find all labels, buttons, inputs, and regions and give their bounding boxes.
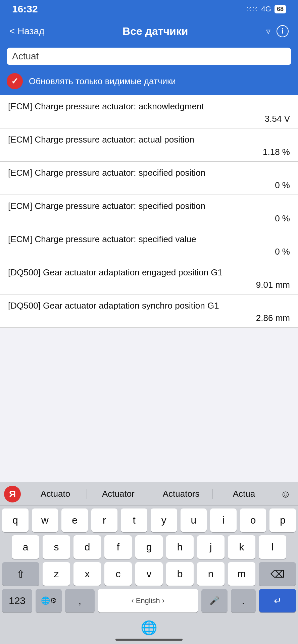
key-s[interactable]: s xyxy=(43,535,70,559)
sensor-value: 0 % xyxy=(8,213,290,224)
search-input[interactable] xyxy=(12,51,286,62)
sensor-name: [ECM] Charge pressure actuator: specifie… xyxy=(8,201,290,211)
autocomplete-bar: Я Actuato Actuator Actuators Actua ☺ xyxy=(0,482,298,506)
yandex-icon: Я xyxy=(4,486,21,502)
period-key[interactable]: . xyxy=(231,589,256,612)
sensor-item[interactable]: [ECM] Charge pressure actuator: specifie… xyxy=(0,162,298,195)
key-w[interactable]: w xyxy=(32,508,58,532)
check-icon: ✓ xyxy=(11,76,18,87)
autocomplete-words: Actuato Actuator Actuators Actua xyxy=(24,489,275,499)
autocomplete-word-1[interactable]: Actuato xyxy=(24,489,87,499)
sensor-value: 0 % xyxy=(8,180,290,191)
backspace-key[interactable]: ⌫ xyxy=(259,562,296,586)
key-k[interactable]: k xyxy=(228,535,255,559)
search-bar-container xyxy=(0,44,298,70)
sensor-value: 0 % xyxy=(8,247,290,257)
key-o[interactable]: o xyxy=(240,508,266,532)
sensor-value: 3.54 V xyxy=(8,114,290,124)
key-z[interactable]: z xyxy=(43,562,70,586)
key-q[interactable]: q xyxy=(2,508,29,532)
space-key[interactable]: ‹ English › xyxy=(98,589,198,612)
key-n[interactable]: n xyxy=(197,562,225,586)
battery-badge: 68 xyxy=(275,5,286,13)
filter-toggle-row: ✓ Обновлять только видимые датчики xyxy=(0,70,298,95)
filter-icon[interactable]: ▿ xyxy=(266,26,270,37)
mic-key[interactable]: 🎤 xyxy=(201,589,228,612)
yandex-label: Я xyxy=(9,489,16,499)
key-g[interactable]: g xyxy=(135,535,163,559)
sensor-name: [DQ500] Gear actuator adaptation engaged… xyxy=(8,267,290,278)
comma-key[interactable]: , xyxy=(65,589,95,612)
sensor-item[interactable]: [ECM] Charge pressure actuator: specifie… xyxy=(0,228,298,261)
bottom-globe-icon[interactable]: 🌐 xyxy=(141,620,157,636)
sensor-item[interactable]: [DQ500] Gear actuator adaptation engaged… xyxy=(0,261,298,294)
sensor-item[interactable]: [ECM] Charge pressure actuator: actual p… xyxy=(0,128,298,162)
status-icons: ⁙⁙ 4G 68 xyxy=(246,5,286,13)
sensor-name: [ECM] Charge pressure actuator: specifie… xyxy=(8,168,290,178)
filter-toggle-label: Обновлять только видимые датчики xyxy=(29,76,176,87)
toggle-button[interactable]: ✓ xyxy=(7,73,23,89)
key-h[interactable]: h xyxy=(166,535,194,559)
keyboard-bottom: 🌐 xyxy=(0,617,298,637)
key-t[interactable]: t xyxy=(121,508,147,532)
key-v[interactable]: v xyxy=(135,562,163,586)
home-indicator xyxy=(0,637,298,644)
return-key[interactable]: ↵ xyxy=(259,589,296,612)
key-a[interactable]: a xyxy=(12,535,39,559)
emoji-button[interactable]: ☺ xyxy=(277,486,294,502)
autocomplete-word-4[interactable]: Actua xyxy=(213,489,275,499)
shift-key[interactable]: ⇧ xyxy=(2,562,39,586)
key-p[interactable]: p xyxy=(269,508,296,532)
keyboard-row-4: 123 🌐⚙ , ‹ English › 🎤 . ↵ xyxy=(2,589,296,612)
key-x[interactable]: x xyxy=(73,562,101,586)
numbers-key[interactable]: 123 xyxy=(2,589,32,612)
key-i[interactable]: i xyxy=(210,508,237,532)
sensor-value: 1.18 % xyxy=(8,147,290,157)
sensor-item[interactable]: [ECM] Charge pressure actuator: acknowle… xyxy=(0,95,298,128)
sensor-item[interactable]: [DQ500] Gear actuator adaptation synchro… xyxy=(0,294,298,328)
key-y[interactable]: y xyxy=(151,508,177,532)
key-j[interactable]: j xyxy=(197,535,225,559)
keyboard-area: Я Actuato Actuator Actuators Actua ☺ q w… xyxy=(0,482,298,644)
home-bar xyxy=(115,639,183,641)
key-l[interactable]: l xyxy=(259,535,286,559)
sensor-list: [ECM] Charge pressure actuator: acknowle… xyxy=(0,95,298,328)
key-m[interactable]: m xyxy=(228,562,255,586)
network-label: 4G xyxy=(261,5,271,13)
keyboard-row-1: q w e r t y u i o p xyxy=(2,508,296,532)
key-u[interactable]: u xyxy=(181,508,207,532)
key-f[interactable]: f xyxy=(104,535,132,559)
search-input-wrapper[interactable] xyxy=(7,48,291,65)
status-time: 16:32 xyxy=(12,3,38,15)
nav-bar: < Назад Все датчики ▿ i xyxy=(0,18,298,44)
key-e[interactable]: e xyxy=(61,508,88,532)
sensor-name: [ECM] Charge pressure actuator: actual p… xyxy=(8,135,290,145)
sensor-item[interactable]: [ECM] Charge pressure actuator: specifie… xyxy=(0,195,298,228)
key-c[interactable]: c xyxy=(104,562,132,586)
sensor-value: 2.86 mm xyxy=(8,313,290,323)
status-bar: 16:32 ⁙⁙ 4G 68 xyxy=(0,0,298,18)
autocomplete-word-2[interactable]: Actuator xyxy=(87,489,150,499)
page-title: Все датчики xyxy=(122,25,188,38)
key-d[interactable]: d xyxy=(73,535,101,559)
info-button[interactable]: i xyxy=(277,25,289,37)
sensor-name: [ECM] Charge pressure actuator: specifie… xyxy=(8,234,290,245)
keyboard-row-3: ⇧ z x c v b n m ⌫ xyxy=(2,562,296,586)
keyboard-row-2: a s d f g h j k l xyxy=(2,535,296,559)
globe-key[interactable]: 🌐⚙ xyxy=(36,589,62,612)
signal-icon: ⁙⁙ xyxy=(246,5,258,13)
key-b[interactable]: b xyxy=(166,562,194,586)
back-button[interactable]: < Назад xyxy=(9,26,44,37)
sensor-name: [ECM] Charge pressure actuator: acknowle… xyxy=(8,101,290,112)
sensor-value: 9.01 mm xyxy=(8,280,290,290)
autocomplete-word-3[interactable]: Actuators xyxy=(150,489,213,499)
nav-actions: ▿ i xyxy=(266,25,289,37)
keyboard-rows: q w e r t y u i o p a s d f g h j k l ⇧ … xyxy=(0,506,298,617)
key-r[interactable]: r xyxy=(91,508,118,532)
sensor-name: [DQ500] Gear actuator adaptation synchro… xyxy=(8,301,290,311)
